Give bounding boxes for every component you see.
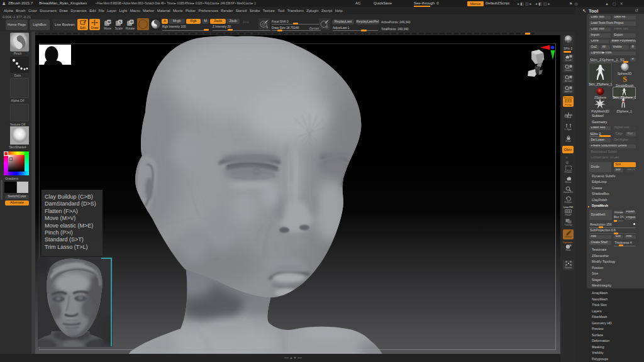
svg-text:BPR: BPR (566, 40, 571, 43)
svg-text:O: O (326, 26, 328, 29)
svg-text:S: S (266, 26, 268, 29)
svg-text:R: R (130, 19, 133, 23)
svg-text:Dynamic: Dynamic (564, 97, 573, 99)
svg-text:M: M (108, 19, 111, 23)
svg-text:S: S (119, 19, 121, 23)
